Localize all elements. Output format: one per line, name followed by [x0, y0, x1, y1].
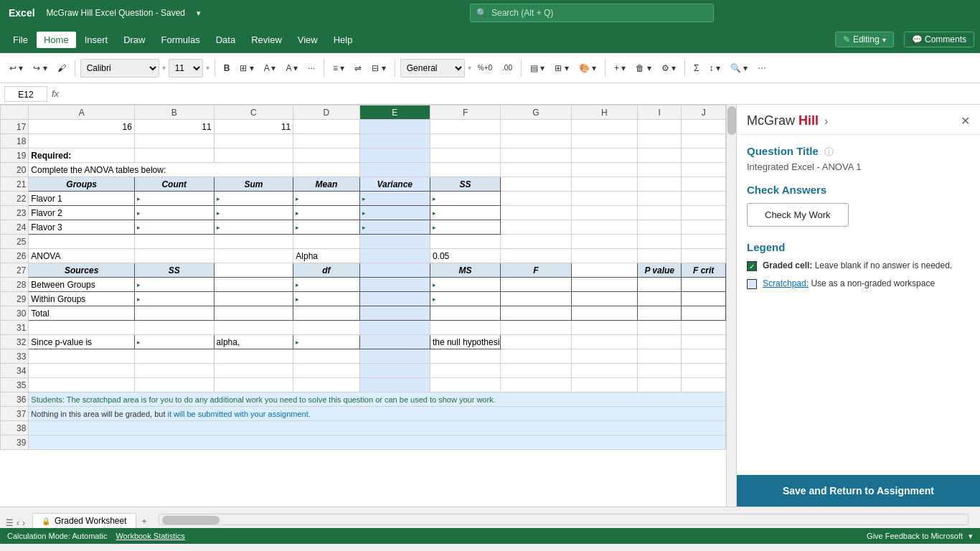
cell-b21[interactable]: Count	[134, 177, 214, 192]
number-format-select[interactable]: General	[400, 59, 465, 77]
cell-b29[interactable]: ▸	[134, 292, 214, 306]
ribbon-more[interactable]: ⋯	[754, 61, 770, 75]
percent-button[interactable]: %+0	[474, 62, 496, 74]
sort-btn[interactable]: ↕ ▾	[705, 61, 723, 75]
sheet-tab-graded[interactable]: 🔒 Graded Worksheet	[32, 513, 136, 528]
scratchpad-link[interactable]: Scratchpad:	[763, 278, 809, 288]
cell-a38[interactable]	[29, 421, 726, 435]
cell-b24[interactable]: ▸	[134, 220, 214, 235]
cell-e31[interactable]	[359, 321, 430, 335]
menu-insert[interactable]: Insert	[77, 32, 116, 48]
cell-h26[interactable]	[571, 249, 637, 263]
undo-button[interactable]: ↩ ▾	[6, 61, 27, 75]
cell-e34[interactable]	[359, 364, 430, 378]
menu-home[interactable]: Home	[37, 32, 76, 48]
cell-d29[interactable]: ▸	[293, 292, 359, 306]
cell-a23[interactable]: Flavor 2	[29, 206, 135, 220]
vertical-scrollbar[interactable]	[726, 105, 736, 507]
cell-a17[interactable]: 16	[29, 120, 135, 134]
cell-g25[interactable]	[501, 235, 571, 249]
cell-j23[interactable]	[682, 206, 726, 220]
cell-h31[interactable]	[571, 321, 637, 335]
workbook-stats[interactable]: Workbook Statistics	[116, 532, 184, 540]
menu-help[interactable]: Help	[326, 32, 360, 48]
cell-g32[interactable]	[501, 335, 571, 349]
cell-c22[interactable]: ▸	[214, 192, 293, 206]
cell-a18[interactable]	[29, 134, 135, 149]
cell-j32[interactable]	[682, 335, 726, 349]
cell-i28[interactable]	[637, 278, 681, 292]
cell-f18[interactable]	[430, 134, 500, 149]
cell-f23[interactable]: ▸	[430, 206, 500, 220]
cell-a31[interactable]	[29, 321, 135, 335]
format-painter[interactable]: 🖌	[54, 61, 70, 75]
cell-h32[interactable]	[571, 335, 637, 349]
cell-d24[interactable]: ▸	[293, 220, 359, 235]
format-table[interactable]: ⊞ ▾	[551, 61, 572, 75]
col-header-a[interactable]: A	[29, 105, 135, 120]
cell-e28[interactable]	[359, 278, 430, 292]
cell-e18[interactable]	[359, 134, 430, 149]
col-header-j[interactable]: J	[682, 105, 726, 120]
cell-h28[interactable]	[571, 278, 637, 292]
horizontal-scrollbar[interactable]	[159, 514, 969, 525]
cell-a19[interactable]: Required:	[29, 149, 135, 163]
cell-f25[interactable]	[430, 235, 500, 249]
cell-styles[interactable]: 🎨 ▾	[575, 61, 600, 75]
cell-d25[interactable]	[293, 235, 359, 249]
cell-c30[interactable]	[214, 306, 293, 321]
cell-h29[interactable]	[571, 292, 637, 306]
search-box[interactable]: 🔍 Search (Alt + Q)	[470, 4, 714, 22]
menu-review[interactable]: Review	[244, 32, 289, 48]
cell-a28[interactable]: Between Groups	[29, 278, 135, 292]
cell-a37[interactable]: Nothing in this area will be graded, but…	[29, 407, 726, 421]
panel-expand-button[interactable]: ›	[824, 115, 828, 128]
cell-e19[interactable]	[359, 149, 430, 163]
cell-f31[interactable]	[430, 321, 500, 335]
cell-a32[interactable]: Since p-value is	[29, 335, 135, 349]
cell-f20[interactable]	[430, 163, 500, 177]
cell-a29[interactable]: Within Groups	[29, 292, 135, 306]
redo-button[interactable]: ↪ ▾	[29, 61, 50, 75]
col-header-f[interactable]: F	[430, 105, 500, 120]
cell-g26[interactable]	[501, 249, 571, 263]
cell-h17[interactable]	[571, 120, 637, 134]
cell-c21[interactable]: Sum	[214, 177, 293, 192]
cell-e22[interactable]: ▸	[359, 192, 430, 206]
cell-d17[interactable]	[293, 120, 359, 134]
conditional-format[interactable]: ▤ ▾	[527, 61, 548, 75]
cell-c27[interactable]	[214, 263, 293, 278]
cell-g24[interactable]	[501, 220, 571, 235]
cell-f29[interactable]: ▸	[430, 292, 500, 306]
cell-b31[interactable]	[134, 321, 214, 335]
status-chevron[interactable]: ▾	[969, 532, 973, 541]
cell-j25[interactable]	[682, 235, 726, 249]
wrap-button[interactable]: ⇌	[351, 61, 365, 75]
format-btn[interactable]: ⚙ ▾	[658, 61, 679, 75]
cell-i32[interactable]	[637, 335, 681, 349]
cell-reference[interactable]: E12	[4, 86, 47, 102]
cell-a24[interactable]: Flavor 3	[29, 220, 135, 235]
cell-f27[interactable]: MS	[430, 263, 500, 278]
formula-input[interactable]	[63, 89, 976, 99]
cell-e23[interactable]: ▸	[359, 206, 430, 220]
cell-j19[interactable]	[682, 149, 726, 163]
cell-j21[interactable]	[682, 177, 726, 192]
cell-e25[interactable]	[359, 235, 430, 249]
cell-i26[interactable]	[637, 249, 681, 263]
cell-c23[interactable]: ▸	[214, 206, 293, 220]
cell-b25[interactable]	[134, 235, 214, 249]
cell-c25[interactable]	[214, 235, 293, 249]
merge-button[interactable]: ⊟ ▾	[368, 61, 389, 75]
bold-button[interactable]: B	[220, 61, 234, 75]
sheet-nav-menu[interactable]: ☰	[6, 518, 14, 528]
borders-button[interactable]: ⊞ ▾	[236, 61, 257, 75]
cell-j20[interactable]	[682, 163, 726, 177]
cell-g31[interactable]	[501, 321, 571, 335]
cell-b32[interactable]: ▸	[134, 335, 214, 349]
cell-f21[interactable]: SS	[430, 177, 500, 192]
cell-j24[interactable]	[682, 220, 726, 235]
cell-e26[interactable]	[359, 249, 430, 263]
cell-h30[interactable]	[571, 306, 637, 321]
cell-j27[interactable]: F crit	[682, 263, 726, 278]
